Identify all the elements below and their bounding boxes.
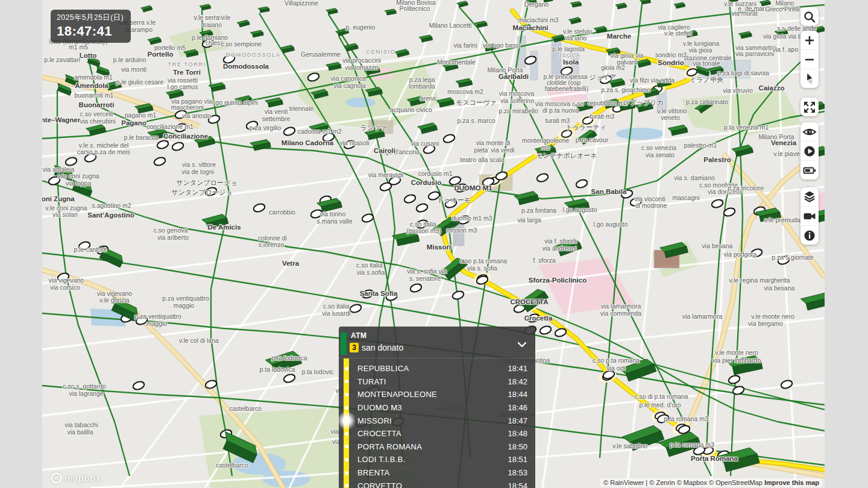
stop-name: LODI T.I.B.B. [357, 455, 406, 464]
compass-icon [800, 70, 819, 88]
camera-button[interactable] [800, 206, 819, 225]
stop-time: 18:42 [508, 377, 527, 386]
eco-mode-button[interactable] [800, 160, 819, 180]
search-button[interactable] [800, 7, 819, 26]
route-number-badge: 3 [350, 343, 359, 352]
plus-icon [800, 31, 819, 49]
stop-name: PORTA ROMANA [357, 442, 422, 451]
stop-row[interactable]: REPUBBLICA18:41 [339, 362, 535, 375]
info-button[interactable] [800, 225, 819, 245]
stop-name: DUOMO M3 [357, 403, 402, 412]
stop-dot [345, 406, 348, 410]
stop-time: 18:50 [508, 442, 527, 451]
stop-name: REPUBBLICA [357, 364, 409, 373]
stop-time: 18:46 [508, 403, 527, 412]
route-destination: san donato [362, 343, 403, 352]
fullscreen-button[interactable] [800, 98, 819, 116]
eye-icon [800, 123, 819, 141]
stop-time: 18:51 [508, 455, 527, 464]
stop-name: MONTENAPOLEONE [357, 390, 437, 399]
stop-row[interactable]: BRENTA18:53 [339, 466, 535, 480]
stop-dot [345, 432, 348, 436]
play-icon [800, 142, 819, 160]
underground-view-button[interactable] [800, 122, 819, 141]
mode-controls [800, 122, 819, 180]
stop-row[interactable]: CORVETTO18:54 [339, 479, 535, 488]
agency-name: ATM [351, 331, 366, 340]
stop-row[interactable]: PORTA ROMANA18:50 [339, 440, 535, 454]
stop-row[interactable]: TURATI18:42 [339, 375, 535, 389]
stop-time: 18:44 [508, 390, 527, 399]
stop-row[interactable]: MONTENAPOLEONE18:44 [339, 388, 535, 401]
battery-icon [800, 161, 819, 180]
mapbox-logo-icon [51, 472, 62, 484]
playback-button[interactable] [800, 141, 819, 160]
stop-dot [345, 393, 348, 396]
stop-name: CROCETTA [357, 429, 401, 438]
stop-row[interactable]: CROCETTA18:48 [339, 427, 535, 440]
stop-dot [345, 367, 348, 371]
stop-time: 18:53 [508, 468, 527, 477]
stop-dot [345, 458, 348, 461]
stop-time: 18:54 [508, 481, 527, 488]
clock-time: 18:47:41 [57, 23, 124, 39]
layers-icon [800, 188, 819, 206]
map-attribution: © RainViewer | © Zenrin © Mapbox © OpenS… [600, 478, 822, 487]
mapbox-logo[interactable]: mapbox [51, 472, 101, 484]
stop-dot [345, 380, 348, 383]
clock-date: 2025年5月25日(日) [57, 13, 124, 23]
info-icon [800, 227, 819, 245]
train-popup: ATM 3 san donato REPUBBLICA18:41TURATI18… [339, 327, 535, 488]
search-control [800, 7, 819, 26]
stop-time: 18:47 [508, 416, 527, 425]
zoom-out-button[interactable] [800, 49, 819, 69]
compass-button[interactable] [800, 69, 819, 88]
attribution-text[interactable]: © RainViewer | © Zenrin © Mapbox © OpenS… [603, 479, 763, 486]
train-popup-header: ATM 3 san donato [339, 327, 535, 358]
improve-map-link[interactable]: Improve this map [764, 479, 819, 486]
layers-button[interactable] [800, 187, 819, 206]
fullscreen-icon [800, 98, 819, 116]
stop-dot [345, 445, 348, 448]
stop-row[interactable]: DUOMO M318:46 [339, 401, 535, 414]
stop-time: 18:48 [508, 429, 527, 438]
video-camera-icon [800, 207, 819, 225]
clock-panel: 2025年5月25日(日) 18:47:41 [51, 10, 131, 43]
chevron-down-icon [517, 341, 527, 348]
stop-dot [345, 484, 348, 487]
search-icon [800, 8, 819, 26]
stop-list[interactable]: REPUBBLICA18:41TURATI18:42MONTENAPOLEONE… [339, 358, 535, 488]
agency-color-bar [341, 333, 347, 355]
stop-dot [345, 471, 348, 475]
stop-name: MISSORI [357, 416, 392, 425]
zoom-control [800, 31, 819, 88]
stop-dot [345, 419, 348, 422]
stop-name: CORVETTO [357, 481, 402, 488]
minus-icon [800, 51, 819, 69]
stop-row[interactable]: MISSORI18:47 [339, 414, 535, 427]
fullscreen-control [800, 98, 819, 116]
stop-time: 18:41 [508, 364, 527, 373]
stop-row[interactable]: LODI T.I.B.B.18:51 [339, 453, 535, 466]
mapbox-logo-text: mapbox [64, 473, 101, 483]
stop-name: TURATI [357, 377, 386, 386]
stop-name: BRENTA [357, 468, 390, 477]
collapse-button[interactable] [517, 340, 527, 351]
layer-controls [800, 187, 819, 245]
zoom-in-button[interactable] [800, 31, 819, 49]
